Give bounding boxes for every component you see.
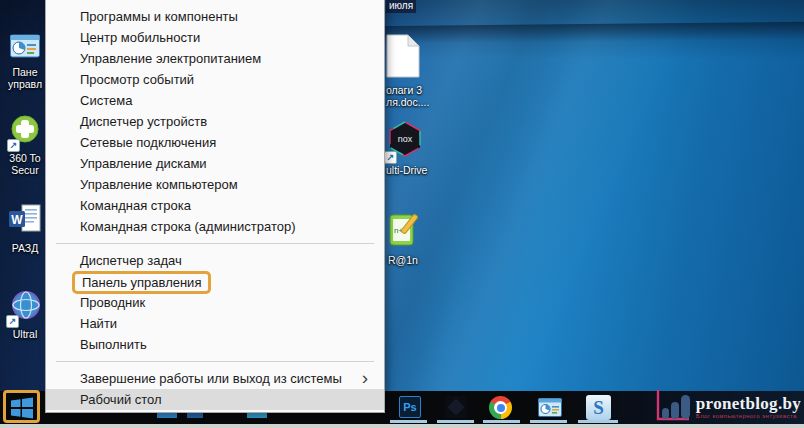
watermark: pronetblog.by Блог компьютерного энтузиа… — [654, 388, 801, 426]
menu-item-label: Управление электропитанием — [80, 51, 261, 66]
menu-item-label: Командная строка — [80, 198, 191, 213]
nox-icon: nox↗ — [386, 120, 424, 162]
taskbar-button-shareman[interactable]: S — [586, 395, 610, 419]
menu-item-4[interactable]: Просмотр событий — [46, 69, 384, 90]
desktop-icon-nox-multi-drive[interactable]: nox↗ulti-Drive — [386, 120, 442, 176]
menu-item-18[interactable]: Рабочий стол — [46, 389, 384, 410]
menu-separator — [56, 361, 374, 362]
menu-item-6[interactable]: Диспетчер устройств — [46, 111, 384, 132]
menu-item-label: Диспетчер задач — [80, 253, 182, 268]
desktop-icon-word-document[interactable]: WРАЗД — [2, 204, 48, 254]
menu-item-12[interactable]: Диспетчер задач — [46, 250, 384, 271]
control-panel-small-icon — [538, 403, 562, 420]
control-panel-icon — [10, 34, 40, 64]
desktop-icon-doc-file[interactable]: олаги 3 ля.doc.... — [386, 34, 442, 108]
desktop-screen: июля Пане управл↗360 To SecurWРАЗД↗Ultra… — [0, 0, 804, 428]
taskbar-button-photoshop[interactable]: Ps — [399, 396, 423, 420]
dark-app-icon — [445, 396, 469, 418]
desktop-icon-control-panel[interactable]: Пане управл — [2, 34, 48, 90]
menu-item-16[interactable]: Выполнить — [46, 334, 384, 355]
security-360-icon: ↗ — [9, 114, 41, 150]
desktop-icon-label: Ultral — [13, 328, 38, 340]
menu-item-label: Проводник — [80, 295, 145, 310]
desktop-icon-360-total-security[interactable]: ↗360 To Secur — [2, 114, 48, 176]
menu-item-label: Найти — [80, 316, 117, 331]
menu-item-5[interactable]: Система — [46, 90, 384, 111]
desktop-icon-ultraiso[interactable]: ↗Ultral — [2, 290, 48, 340]
winx-menu: Программы и компонентыЦентр мобильностиУ… — [45, 0, 385, 413]
desktop-icon-notepad-plus[interactable]: n++R@1n — [388, 212, 444, 266]
desktop-icon-label: Пане управл — [8, 66, 42, 90]
photoshop-icon: Ps — [399, 396, 423, 418]
desktop-icon-label: РАЗД — [12, 242, 39, 254]
menu-item-10[interactable]: Командная строка — [46, 195, 384, 216]
desktop-icon-label: R@1n — [388, 254, 418, 266]
submenu-chevron-icon: › — [362, 367, 368, 388]
menu-item-label: Управление компьютером — [80, 177, 238, 192]
menu-item-7[interactable]: Сетевые подключения — [46, 132, 384, 153]
shareman-icon: S — [586, 395, 610, 420]
taskbar-button-control-panel[interactable] — [538, 398, 562, 422]
partial-icon-label[interactable]: июля — [386, 0, 416, 13]
menu-item-label: Рабочий стол — [80, 392, 162, 407]
screenshot-border — [0, 424, 804, 428]
desktop-icon-label: олаги 3 ля.doc.... — [386, 84, 429, 108]
menu-item-17[interactable]: Завершение работы или выход из системы› — [46, 368, 384, 389]
menu-item-11[interactable]: Командная строка (администратор) — [46, 216, 384, 237]
svg-text:W: W — [11, 213, 23, 227]
menu-item-label: Система — [80, 93, 132, 108]
desktop-icon-label: 360 To Secur — [9, 152, 40, 176]
menu-item-label: Просмотр событий — [80, 72, 194, 87]
word-icon: W — [8, 204, 42, 240]
running-app-underline — [530, 420, 567, 423]
highlighted-menu-item-label: Панель управления — [72, 271, 211, 294]
start-button[interactable] — [10, 396, 34, 420]
menu-item-label: Программы и компоненты — [80, 9, 238, 24]
menu-separator — [56, 243, 374, 244]
notepadpp-icon: n++ — [388, 212, 418, 252]
chrome-icon — [489, 396, 513, 419]
menu-item-label: Диспетчер устройств — [80, 114, 207, 129]
taskbar-button-dark-app[interactable] — [445, 396, 469, 420]
menu-item-label: Командная строка (администратор) — [80, 219, 296, 234]
svg-text:nox: nox — [398, 134, 413, 144]
running-app-underline — [483, 420, 520, 423]
running-app-underline — [390, 420, 427, 423]
menu-item-13[interactable]: Панель управления — [46, 271, 384, 292]
watermark-tagline: Блог компьютерного энтузиаста — [696, 413, 801, 419]
menu-item-label: Завершение работы или выход из системы — [80, 371, 342, 386]
running-app-underline — [578, 420, 618, 423]
ultraiso-icon: ↗ — [8, 290, 42, 326]
menu-item-label: Управление дисками — [80, 156, 207, 171]
menu-item-2[interactable]: Центр мобильности — [46, 27, 384, 48]
document-icon — [386, 34, 420, 82]
desktop-icon-label: ulti-Drive — [386, 164, 427, 176]
menu-item-label: Выполнить — [80, 337, 147, 352]
taskbar-button-chrome[interactable] — [489, 396, 513, 420]
menu-item-label: Центр мобильности — [80, 30, 200, 45]
windows-logo-icon — [10, 406, 34, 423]
watermark-site-text: pronetblog.by — [696, 395, 801, 412]
menu-item-3[interactable]: Управление электропитанием — [46, 48, 384, 69]
menu-item-1[interactable]: Программы и компоненты — [46, 6, 384, 27]
running-app-underline — [437, 420, 474, 423]
menu-item-9[interactable]: Управление компьютером — [46, 174, 384, 195]
pronetblog-logo-icon — [654, 389, 690, 426]
menu-item-15[interactable]: Найти — [46, 313, 384, 334]
menu-item-14[interactable]: Проводник — [46, 292, 384, 313]
menu-item-8[interactable]: Управление дисками — [46, 153, 384, 174]
menu-item-label: Сетевые подключения — [80, 135, 216, 150]
